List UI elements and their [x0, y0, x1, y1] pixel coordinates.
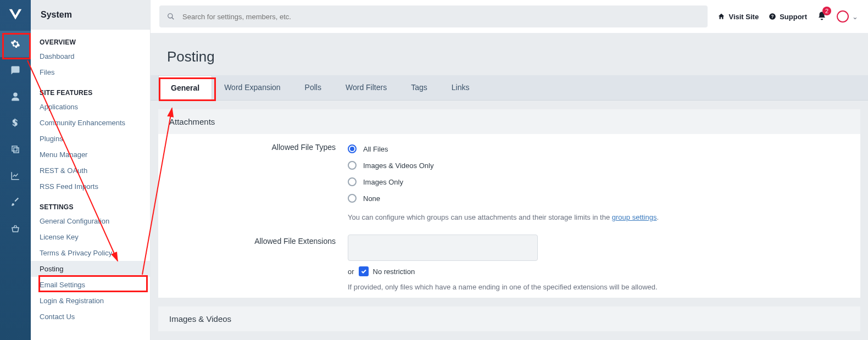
rail-item-basket[interactable]: [0, 215, 31, 242]
svg-point-2: [168, 14, 173, 18]
sidebar-item-posting[interactable]: Posting: [31, 261, 150, 277]
radio-none[interactable]: None: [348, 190, 844, 207]
svg-text:?: ?: [771, 14, 774, 19]
brand-logo[interactable]: [0, 0, 31, 31]
allowed-file-extensions-help: If provided, only files which have a nam…: [348, 283, 844, 291]
home-icon: [717, 13, 725, 20]
notifications-button[interactable]: 2: [817, 11, 827, 23]
radio-icon: [348, 177, 357, 186]
icon-rail: [0, 0, 31, 340]
support-link[interactable]: ? Support: [769, 13, 807, 21]
sidebar-heading-settings: SETTINGS: [31, 194, 150, 213]
content-area: Attachments Allowed File Types All Files…: [151, 101, 868, 340]
user-menu[interactable]: ⌄: [837, 10, 858, 23]
visit-site-label: Visit Site: [728, 13, 759, 21]
no-restriction-checkbox[interactable]: [359, 266, 369, 276]
radio-images-only[interactable]: Images Only: [348, 174, 844, 190]
allowed-file-types-help: You can configure which groups can use a…: [348, 213, 844, 221]
radio-label: None: [363, 194, 380, 203]
sidebar-item-terms-privacy[interactable]: Terms & Privacy Policy: [31, 245, 150, 261]
sidebar-item-applications[interactable]: Applications: [31, 99, 150, 115]
rail-item-comments[interactable]: [0, 57, 31, 83]
panel-attachments: Attachments Allowed File Types All Files…: [158, 109, 860, 298]
panel-images-videos: Images & Videos: [158, 306, 860, 331]
rail-item-chart[interactable]: [0, 163, 31, 189]
search-icon: [167, 13, 175, 20]
radio-label: Images Only: [363, 178, 403, 186]
check-icon: [360, 268, 367, 275]
sidebar-item-rss[interactable]: RSS Feed Imports: [31, 179, 150, 194]
panel-heading-attachments: Attachments: [158, 109, 860, 134]
tab-word-filters[interactable]: Word Filters: [333, 75, 399, 100]
notification-badge: 2: [822, 7, 831, 15]
sidebar-item-license-key[interactable]: License Key: [31, 229, 150, 245]
page-header: Posting: [151, 33, 868, 75]
sidebar-item-contact-us[interactable]: Contact Us: [31, 309, 150, 325]
search-input[interactable]: [182, 13, 700, 21]
topbar: Visit Site ? Support 2 ⌄: [151, 0, 868, 33]
svg-rect-0: [12, 146, 17, 151]
avatar: [837, 10, 849, 23]
tabs: General Word Expansion Polls Word Filter…: [151, 75, 868, 101]
sidebar-title: System: [31, 0, 150, 30]
allowed-file-types-label: Allowed File Types: [158, 141, 348, 221]
sidebar-item-general-configuration[interactable]: General Configuration: [31, 213, 150, 229]
allowed-file-extensions-input[interactable]: [348, 235, 538, 261]
sidebar-item-email-settings[interactable]: Email Settings: [31, 277, 150, 293]
svg-rect-1: [14, 148, 19, 153]
sidebar-item-files[interactable]: Files: [31, 64, 150, 80]
sidebar-item-menu-manager[interactable]: Menu Manager: [31, 147, 150, 163]
rail-item-brush[interactable]: [0, 189, 31, 215]
support-label: Support: [780, 13, 807, 21]
page-title: Posting: [167, 48, 852, 65]
or-text: or: [348, 267, 354, 276]
rail-item-settings[interactable]: [0, 31, 31, 57]
panel-heading-images-videos: Images & Videos: [158, 306, 860, 331]
help-icon: ?: [769, 13, 776, 20]
radio-icon: [348, 161, 357, 170]
radio-images-videos[interactable]: Images & Videos Only: [348, 157, 844, 174]
allowed-file-extensions-label: Allowed File Extensions: [158, 235, 348, 291]
visit-site-link[interactable]: Visit Site: [717, 13, 759, 21]
sidebar-item-dashboard[interactable]: Dashboard: [31, 48, 150, 64]
rail-item-copy[interactable]: [0, 136, 31, 163]
main: Visit Site ? Support 2 ⌄ Posting General…: [151, 0, 868, 340]
sidebar-heading-site-features: SITE FEATURES: [31, 80, 150, 99]
no-restriction-label: No restriction: [373, 267, 415, 276]
sidebar-item-login-registration[interactable]: Login & Registration: [31, 293, 150, 309]
tab-polls[interactable]: Polls: [293, 75, 333, 100]
radio-label: Images & Videos Only: [363, 161, 433, 170]
sidebar-item-community-enhancements[interactable]: Community Enhancements: [31, 115, 150, 131]
radio-icon: [348, 194, 357, 203]
sidebar-item-rest-oauth[interactable]: REST & OAuth: [31, 163, 150, 179]
sidebar: System OVERVIEW Dashboard Files SITE FEA…: [31, 0, 151, 340]
search-box[interactable]: [159, 5, 708, 27]
group-settings-link[interactable]: group settings: [612, 213, 657, 221]
rail-item-dollar[interactable]: [0, 110, 31, 136]
radio-label: All Files: [363, 145, 388, 153]
tab-general[interactable]: General: [158, 75, 212, 101]
tab-links[interactable]: Links: [439, 75, 482, 100]
rail-item-user[interactable]: [0, 83, 31, 110]
chevron-down-icon: ⌄: [852, 13, 858, 21]
tab-tags[interactable]: Tags: [399, 75, 439, 100]
tab-word-expansion[interactable]: Word Expansion: [212, 75, 292, 100]
radio-icon: [348, 144, 357, 153]
radio-all-files[interactable]: All Files: [348, 141, 844, 157]
sidebar-heading-overview: OVERVIEW: [31, 30, 150, 48]
sidebar-item-plugins[interactable]: Plugins: [31, 131, 150, 147]
